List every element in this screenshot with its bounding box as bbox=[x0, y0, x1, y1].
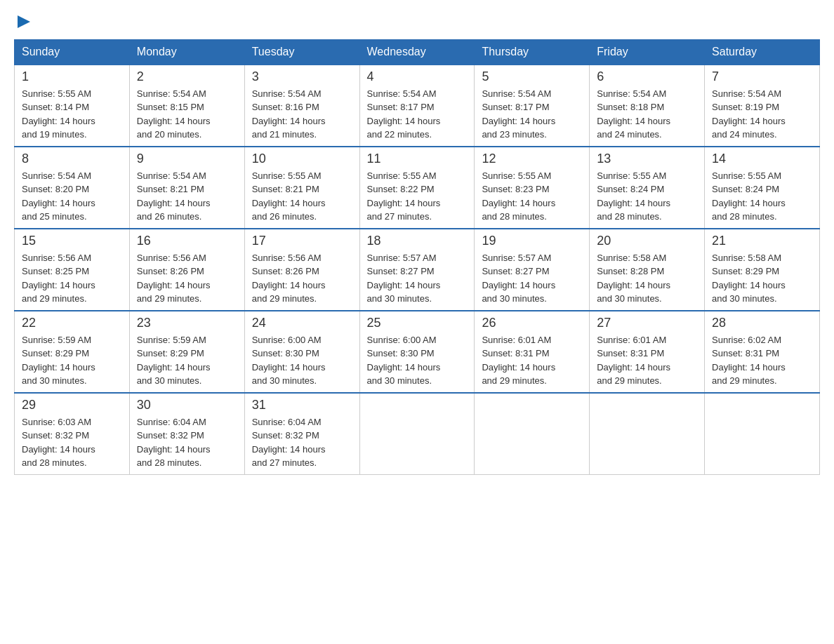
day-number: 7 bbox=[712, 69, 812, 84]
day-number: 13 bbox=[597, 152, 697, 166]
day-info: Sunrise: 5:57 AM Sunset: 8:27 PM Dayligh… bbox=[482, 251, 582, 306]
day-info: Sunrise: 6:00 AM Sunset: 8:30 PM Dayligh… bbox=[367, 333, 468, 388]
calendar-header-thursday: Thursday bbox=[475, 39, 590, 65]
day-info: Sunrise: 6:04 AM Sunset: 8:32 PM Dayligh… bbox=[252, 415, 352, 470]
day-number: 18 bbox=[367, 234, 468, 248]
day-info: Sunrise: 5:54 AM Sunset: 8:17 PM Dayligh… bbox=[482, 87, 582, 142]
day-info: Sunrise: 5:56 AM Sunset: 8:25 PM Dayligh… bbox=[22, 251, 122, 306]
svg-marker-0 bbox=[18, 15, 30, 28]
calendar-cell: 24 Sunrise: 6:00 AM Sunset: 8:30 PM Dayl… bbox=[244, 311, 359, 393]
calendar-cell: 6 Sunrise: 5:54 AM Sunset: 8:18 PM Dayli… bbox=[590, 65, 705, 147]
day-info: Sunrise: 5:55 AM Sunset: 8:21 PM Dayligh… bbox=[252, 169, 352, 224]
calendar-cell: 5 Sunrise: 5:54 AM Sunset: 8:17 PM Dayli… bbox=[475, 65, 590, 147]
calendar-cell: 17 Sunrise: 5:56 AM Sunset: 8:26 PM Dayl… bbox=[244, 229, 359, 311]
day-number: 23 bbox=[137, 316, 237, 330]
day-number: 27 bbox=[597, 316, 697, 330]
calendar-week-row: 1 Sunrise: 5:55 AM Sunset: 8:14 PM Dayli… bbox=[15, 65, 820, 147]
day-number: 17 bbox=[252, 234, 352, 248]
calendar-cell: 20 Sunrise: 5:58 AM Sunset: 8:28 PM Dayl… bbox=[590, 229, 705, 311]
day-info: Sunrise: 5:59 AM Sunset: 8:29 PM Dayligh… bbox=[137, 333, 237, 388]
day-number: 14 bbox=[712, 152, 812, 166]
calendar-cell: 18 Sunrise: 5:57 AM Sunset: 8:27 PM Dayl… bbox=[359, 229, 475, 311]
calendar-cell bbox=[475, 393, 590, 475]
day-info: Sunrise: 5:54 AM Sunset: 8:16 PM Dayligh… bbox=[252, 87, 352, 142]
calendar-cell: 15 Sunrise: 5:56 AM Sunset: 8:25 PM Dayl… bbox=[15, 229, 130, 311]
day-info: Sunrise: 6:02 AM Sunset: 8:31 PM Dayligh… bbox=[712, 333, 812, 388]
day-info: Sunrise: 5:55 AM Sunset: 8:24 PM Dayligh… bbox=[597, 169, 697, 224]
day-info: Sunrise: 5:58 AM Sunset: 8:28 PM Dayligh… bbox=[597, 251, 697, 306]
day-number: 4 bbox=[367, 69, 468, 84]
calendar-cell: 25 Sunrise: 6:00 AM Sunset: 8:30 PM Dayl… bbox=[359, 311, 475, 393]
day-number: 8 bbox=[22, 152, 122, 166]
day-info: Sunrise: 5:54 AM Sunset: 8:17 PM Dayligh… bbox=[367, 87, 468, 142]
day-number: 22 bbox=[22, 316, 122, 330]
day-info: Sunrise: 5:54 AM Sunset: 8:21 PM Dayligh… bbox=[137, 169, 237, 224]
day-number: 29 bbox=[22, 398, 122, 412]
calendar-cell: 2 Sunrise: 5:54 AM Sunset: 8:15 PM Dayli… bbox=[129, 65, 244, 147]
day-number: 16 bbox=[137, 234, 237, 248]
calendar-cell: 7 Sunrise: 5:54 AM Sunset: 8:19 PM Dayli… bbox=[705, 65, 820, 147]
day-number: 10 bbox=[252, 152, 352, 166]
calendar-cell: 29 Sunrise: 6:03 AM Sunset: 8:32 PM Dayl… bbox=[15, 393, 130, 475]
day-info: Sunrise: 5:54 AM Sunset: 8:15 PM Dayligh… bbox=[137, 87, 237, 142]
day-number: 19 bbox=[482, 234, 582, 248]
day-number: 21 bbox=[712, 234, 812, 248]
day-number: 6 bbox=[597, 69, 697, 84]
calendar-header-sunday: Sunday bbox=[15, 39, 130, 65]
calendar-header-monday: Monday bbox=[129, 39, 244, 65]
calendar-cell bbox=[590, 393, 705, 475]
day-number: 20 bbox=[597, 234, 697, 248]
day-info: Sunrise: 5:55 AM Sunset: 8:24 PM Dayligh… bbox=[712, 169, 812, 224]
page-header bbox=[14, 14, 820, 32]
day-info: Sunrise: 5:58 AM Sunset: 8:29 PM Dayligh… bbox=[712, 251, 812, 306]
day-number: 9 bbox=[137, 152, 237, 166]
day-info: Sunrise: 6:01 AM Sunset: 8:31 PM Dayligh… bbox=[597, 333, 697, 388]
day-info: Sunrise: 5:55 AM Sunset: 8:22 PM Dayligh… bbox=[367, 169, 468, 224]
calendar-week-row: 29 Sunrise: 6:03 AM Sunset: 8:32 PM Dayl… bbox=[15, 393, 820, 475]
calendar-cell: 23 Sunrise: 5:59 AM Sunset: 8:29 PM Dayl… bbox=[129, 311, 244, 393]
calendar-cell: 8 Sunrise: 5:54 AM Sunset: 8:20 PM Dayli… bbox=[15, 147, 130, 229]
day-number: 30 bbox=[137, 398, 237, 412]
day-number: 31 bbox=[252, 398, 352, 412]
day-info: Sunrise: 5:55 AM Sunset: 8:23 PM Dayligh… bbox=[482, 169, 582, 224]
calendar-cell: 16 Sunrise: 5:56 AM Sunset: 8:26 PM Dayl… bbox=[129, 229, 244, 311]
calendar-week-row: 22 Sunrise: 5:59 AM Sunset: 8:29 PM Dayl… bbox=[15, 311, 820, 393]
day-number: 26 bbox=[482, 316, 582, 330]
calendar-cell: 22 Sunrise: 5:59 AM Sunset: 8:29 PM Dayl… bbox=[15, 311, 130, 393]
day-number: 24 bbox=[252, 316, 352, 330]
calendar-cell: 26 Sunrise: 6:01 AM Sunset: 8:31 PM Dayl… bbox=[475, 311, 590, 393]
calendar-cell: 27 Sunrise: 6:01 AM Sunset: 8:31 PM Dayl… bbox=[590, 311, 705, 393]
calendar-cell bbox=[359, 393, 475, 475]
calendar-cell bbox=[705, 393, 820, 475]
calendar-cell: 9 Sunrise: 5:54 AM Sunset: 8:21 PM Dayli… bbox=[129, 147, 244, 229]
day-number: 1 bbox=[22, 69, 122, 84]
calendar-week-row: 8 Sunrise: 5:54 AM Sunset: 8:20 PM Dayli… bbox=[15, 147, 820, 229]
calendar-cell: 12 Sunrise: 5:55 AM Sunset: 8:23 PM Dayl… bbox=[475, 147, 590, 229]
day-number: 5 bbox=[482, 69, 582, 84]
day-info: Sunrise: 6:03 AM Sunset: 8:32 PM Dayligh… bbox=[22, 415, 122, 470]
day-number: 28 bbox=[712, 316, 812, 330]
calendar-cell: 13 Sunrise: 5:55 AM Sunset: 8:24 PM Dayl… bbox=[590, 147, 705, 229]
day-number: 2 bbox=[137, 69, 237, 84]
logo bbox=[14, 14, 32, 32]
calendar-cell: 31 Sunrise: 6:04 AM Sunset: 8:32 PM Dayl… bbox=[244, 393, 359, 475]
calendar-cell: 19 Sunrise: 5:57 AM Sunset: 8:27 PM Dayl… bbox=[475, 229, 590, 311]
day-number: 3 bbox=[252, 69, 352, 84]
day-info: Sunrise: 5:56 AM Sunset: 8:26 PM Dayligh… bbox=[137, 251, 237, 306]
day-info: Sunrise: 5:56 AM Sunset: 8:26 PM Dayligh… bbox=[252, 251, 352, 306]
day-info: Sunrise: 6:04 AM Sunset: 8:32 PM Dayligh… bbox=[137, 415, 237, 470]
calendar-header-wednesday: Wednesday bbox=[359, 39, 475, 65]
calendar-cell: 30 Sunrise: 6:04 AM Sunset: 8:32 PM Dayl… bbox=[129, 393, 244, 475]
calendar-cell: 11 Sunrise: 5:55 AM Sunset: 8:22 PM Dayl… bbox=[359, 147, 475, 229]
calendar-week-row: 15 Sunrise: 5:56 AM Sunset: 8:25 PM Dayl… bbox=[15, 229, 820, 311]
calendar-cell: 4 Sunrise: 5:54 AM Sunset: 8:17 PM Dayli… bbox=[359, 65, 475, 147]
calendar-cell: 21 Sunrise: 5:58 AM Sunset: 8:29 PM Dayl… bbox=[705, 229, 820, 311]
day-info: Sunrise: 5:54 AM Sunset: 8:20 PM Dayligh… bbox=[22, 169, 122, 224]
calendar-cell: 1 Sunrise: 5:55 AM Sunset: 8:14 PM Dayli… bbox=[15, 65, 130, 147]
day-number: 25 bbox=[367, 316, 468, 330]
day-number: 12 bbox=[482, 152, 582, 166]
logo-arrow-icon bbox=[16, 14, 32, 29]
day-number: 11 bbox=[367, 152, 468, 166]
calendar-header-friday: Friday bbox=[590, 39, 705, 65]
day-info: Sunrise: 5:54 AM Sunset: 8:18 PM Dayligh… bbox=[597, 87, 697, 142]
